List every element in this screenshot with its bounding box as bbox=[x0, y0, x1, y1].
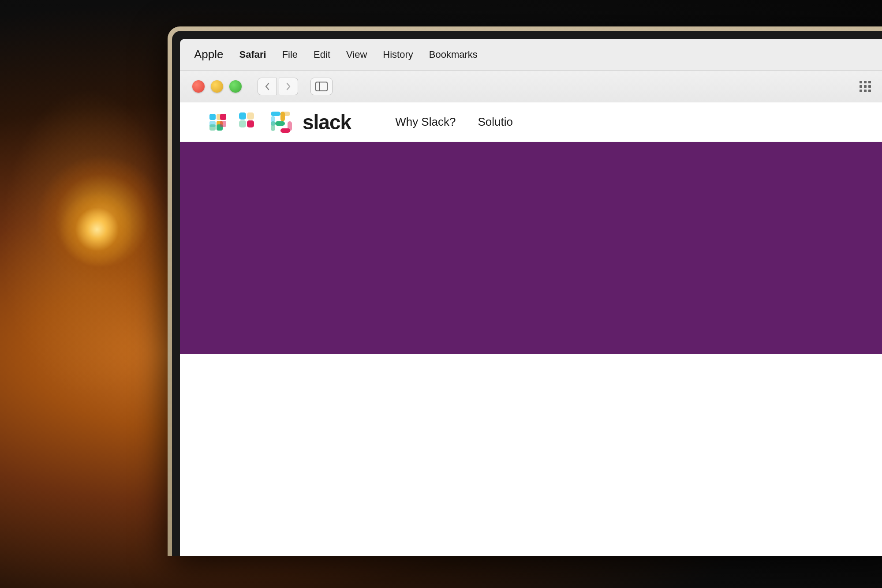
slack-nav-solutions[interactable]: Solutio bbox=[478, 115, 513, 129]
website-content: slack Why Slack? Solutio bbox=[180, 102, 882, 556]
grid-button[interactable] bbox=[856, 78, 875, 95]
close-button[interactable] bbox=[192, 80, 205, 93]
svg-rect-9 bbox=[220, 121, 226, 127]
maximize-button[interactable] bbox=[229, 80, 242, 93]
minimize-button[interactable] bbox=[211, 80, 223, 93]
safari-menu[interactable]: Safari bbox=[239, 49, 266, 60]
sidebar-toggle-button[interactable] bbox=[310, 78, 333, 95]
screen-bezel: Apple Safari File Edit View History Book… bbox=[172, 31, 882, 556]
nav-buttons bbox=[258, 78, 298, 95]
view-menu[interactable]: View bbox=[346, 49, 367, 60]
traffic-lights bbox=[192, 80, 242, 93]
svg-rect-22 bbox=[288, 121, 292, 131]
history-menu[interactable]: History bbox=[383, 49, 413, 60]
file-menu[interactable]: File bbox=[282, 49, 298, 60]
macos-menubar: Apple Safari File Edit View History Book… bbox=[180, 39, 882, 71]
edit-menu[interactable]: Edit bbox=[314, 49, 330, 60]
forward-button[interactable] bbox=[279, 78, 298, 95]
svg-rect-20 bbox=[271, 121, 275, 131]
slack-nav-items: Why Slack? Solutio bbox=[395, 115, 513, 129]
svg-rect-12 bbox=[239, 120, 246, 127]
slack-logo-area: slack bbox=[206, 109, 351, 135]
bookmarks-menu[interactable]: Bookmarks bbox=[429, 49, 478, 60]
screen: Apple Safari File Edit View History Book… bbox=[180, 39, 882, 556]
svg-rect-8 bbox=[220, 114, 226, 120]
slack-hero-section bbox=[180, 142, 882, 354]
svg-rect-15 bbox=[271, 112, 280, 116]
svg-rect-13 bbox=[247, 120, 254, 127]
laptop-body: Apple Safari File Edit View History Book… bbox=[168, 26, 882, 556]
svg-rect-6 bbox=[209, 124, 216, 131]
slack-plus-icon bbox=[237, 111, 260, 134]
slack-wordmark: slack bbox=[303, 110, 351, 134]
browser-toolbar bbox=[180, 71, 882, 102]
back-button[interactable] bbox=[258, 78, 277, 95]
svg-rect-2 bbox=[209, 114, 216, 120]
slack-navbar: slack Why Slack? Solutio bbox=[180, 102, 882, 142]
apple-menu[interactable]: Apple bbox=[194, 48, 224, 61]
svg-rect-0 bbox=[316, 82, 327, 91]
slack-nav-why[interactable]: Why Slack? bbox=[395, 115, 456, 129]
svg-rect-11 bbox=[247, 112, 254, 120]
slack-logo-icon bbox=[206, 111, 229, 134]
svg-rect-19 bbox=[275, 121, 285, 126]
svg-rect-18 bbox=[280, 112, 290, 116]
svg-rect-10 bbox=[239, 112, 246, 120]
dots-grid-icon bbox=[860, 81, 871, 92]
slack-icon-container bbox=[268, 109, 295, 135]
